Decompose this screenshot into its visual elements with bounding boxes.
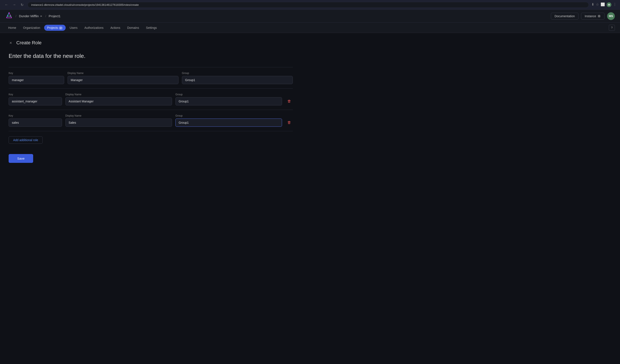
delete-role-2-button[interactable] [285,98,293,105]
browser-nav: ← → ↻ [3,2,25,8]
key-input-3[interactable] [9,119,62,127]
documentation-button[interactable]: Documentation [551,13,578,20]
role-row-2: Key Display Name Group [9,89,293,110]
group-label-2: Group [175,93,282,96]
chevron-icon [40,15,43,18]
role-fields-2: Key Display Name Group [9,93,293,106]
key-label-3: Key [9,114,62,117]
trash-icon-3 [287,121,291,124]
nav-users[interactable]: Users [66,24,80,31]
svg-point-1 [7,16,8,16]
key-label-1: Key [9,72,64,75]
nav-organization[interactable]: Organization [20,24,43,31]
header-left: / Dunder Mifflin / Project1 [5,12,61,20]
nav-bar: Home Organization Projects2 Users Author… [0,23,620,33]
key-input-1[interactable] [9,76,64,84]
svg-point-0 [9,12,9,13]
key-field-group-3: Key [9,114,62,127]
display-name-label-2: Display Name [65,93,172,96]
browser-chrome: ← → ↻ instance1-dkmnzw.zitadel.cloud/ui/… [0,0,620,10]
group-field-group-1: Group [182,72,293,84]
breadcrumb-sep-2: / [45,15,46,18]
menu-icon: ⋮ [613,2,617,7]
group-label-3: Group [175,114,282,117]
svg-point-3 [599,15,600,16]
gear-icon [597,15,601,18]
nav-projects-badge: 2 [59,27,63,30]
header-right: Documentation Instance MS [551,12,615,20]
reload-button[interactable]: ↻ [19,2,25,8]
nav-authorizations[interactable]: Authorizations [81,24,107,31]
trash-icon-2 [287,99,291,103]
org-selector[interactable]: Dunder Mifflin [19,14,43,18]
nav-home[interactable]: Home [5,24,19,31]
breadcrumb-sep-1: / [16,15,16,18]
group-input-1[interactable] [182,76,293,84]
logo[interactable] [5,12,13,20]
display-name-input-2[interactable] [65,97,172,106]
nav-domains[interactable]: Domains [124,24,142,31]
page-title: Create Role [16,40,42,46]
org-name: Dunder Mifflin [19,14,39,18]
svg-rect-9 [288,122,290,124]
back-button[interactable]: ← [3,2,9,8]
svg-rect-5 [288,101,290,103]
display-name-field-group-3: Display Name [65,114,172,127]
display-name-field-group-1: Display Name [68,72,178,84]
extension-icon: ⬜ [601,2,605,7]
group-field-group-2: Group [175,93,282,106]
key-field-group-2: Key [9,93,62,106]
group-input-2[interactable] [175,97,282,106]
user-avatar[interactable]: MS [607,12,615,20]
display-name-label-1: Display Name [68,72,178,75]
project-name: Project1 [49,14,61,18]
role-row-1: Key Display Name Group [9,67,293,89]
star-icon: ☆ [596,2,599,7]
display-name-label-3: Display Name [65,114,172,117]
forward-button[interactable]: → [11,2,17,8]
role-fields-3: Key Display Name Group [9,114,293,127]
group-field-group-3: Group [175,114,282,127]
instance-label: Instance [585,15,596,18]
instance-button[interactable]: Instance [581,13,604,20]
section-heading: Enter the data for the new role. [9,53,293,59]
delete-role-3-button[interactable] [285,119,293,126]
key-field-group-1: Key [9,72,64,84]
role-fields-1: Key Display Name Group [9,72,293,84]
group-input-3[interactable] [175,119,282,127]
close-button[interactable]: × [9,40,13,46]
nav-settings[interactable]: Settings [143,24,160,31]
help-button[interactable]: ? [609,25,615,31]
role-row-3: Key Display Name Group [9,110,293,131]
url-bar[interactable]: instance1-dkmnzw.zitadel.cloud/ui/consol… [28,2,589,8]
add-additional-role-button[interactable]: Add additional role [9,136,43,144]
display-name-input-1[interactable] [68,76,178,84]
role-rows: Key Display Name Group Key [9,67,293,131]
group-label-1: Group [182,72,293,75]
nav-projects-label: Projects [47,26,58,30]
key-label-2: Key [9,93,62,96]
nav-projects[interactable]: Projects2 [44,25,66,31]
main-content: × Create Role Enter the data for the new… [0,33,301,170]
display-name-field-group-2: Display Name [65,93,172,106]
key-input-2[interactable] [9,97,62,106]
app-header: / Dunder Mifflin / Project1 Documentatio… [0,10,620,23]
svg-point-2 [10,16,11,16]
download-icon: ⬇ [591,2,594,7]
browser-actions: ⬇ ☆ ⬜ M ⋮ [591,2,617,7]
page-header: × Create Role [9,40,293,46]
user-avatar-icon: M [607,2,611,7]
display-name-input-3[interactable] [65,119,172,127]
nav-actions[interactable]: Actions [108,24,123,31]
save-button[interactable]: Save [9,154,33,163]
